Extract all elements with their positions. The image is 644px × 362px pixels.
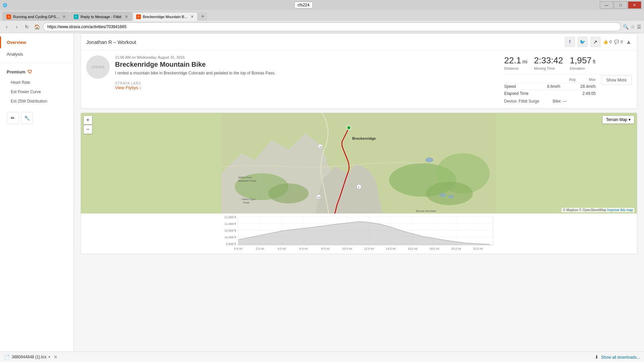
share-button[interactable]: ↗ [590, 37, 600, 47]
user-label: cfs224 [294, 2, 312, 8]
svg-text:9: 9 [358, 186, 359, 188]
svg-point-8 [347, 126, 351, 130]
speed-values: 8.6mi/h 28.4mi/h [547, 84, 596, 89]
browser-chrome: 🌐 cfs224 — □ ✕ S Running and Cycling GPS… [0, 0, 644, 33]
zoom-out-button[interactable]: − [84, 125, 92, 134]
download-arrow-icon: ⬇ [595, 354, 599, 360]
facebook-button[interactable]: f [565, 37, 575, 47]
back-button[interactable]: ‹ [3, 23, 11, 31]
improve-map-link[interactable]: Improve this map [607, 208, 633, 212]
svg-point-24 [448, 195, 454, 198]
tab-close-3[interactable]: ✕ [191, 14, 194, 19]
elevation-unit: ft [593, 59, 595, 64]
svg-text:9,500 ft: 9,500 ft [226, 242, 236, 246]
sidebar-item-analysis[interactable]: Analysis [0, 48, 73, 60]
activity-page-title: Jonathan R – Workout [86, 39, 136, 45]
sidebar-tools: ✏ 🔧 [0, 109, 73, 127]
download-dropdown-button[interactable]: ▾ [48, 355, 50, 359]
flyby-arrow-icon: › [140, 85, 141, 90]
show-more-button[interactable]: Show More [601, 75, 632, 85]
page-body: Overview Analysis Premium 🛡 Heart Rate E… [0, 33, 644, 362]
tab-label-2: Reply to Message - Fitbit [80, 15, 121, 19]
svg-text:8.0 mi: 8.0 mi [321, 247, 330, 250]
reload-button[interactable]: ↻ [23, 23, 31, 31]
bike-value: — [563, 99, 567, 104]
svg-text:White River: White River [238, 176, 252, 179]
comment-icon: 💬 [614, 40, 619, 44]
stat-time: 2:33:42 Moving Time [534, 55, 563, 70]
tab-3[interactable]: S Breckenridge Mountain B... ✕ [132, 12, 198, 21]
tab-icon-1: S [6, 14, 11, 19]
bookmark-icon[interactable]: ☆ [631, 24, 635, 29]
tab-1[interactable]: S Running and Cycling GPS... ✕ [3, 12, 69, 21]
title-bar: 🌐 cfs224 — □ ✕ [0, 0, 644, 10]
download-filename: 3880644848 (1).tcx [12, 355, 46, 359]
avatar: STRAVA [86, 55, 110, 79]
flyby-link[interactable]: View Flybys › [115, 85, 141, 90]
window-controls[interactable]: — □ ✕ [600, 1, 641, 9]
show-all-downloads-link[interactable]: Show all downloads... [601, 355, 640, 360]
svg-text:11,500 ft: 11,500 ft [224, 216, 236, 219]
svg-point-23 [439, 193, 446, 197]
svg-text:4.0 mi: 4.0 mi [278, 247, 286, 250]
map-container: Breckenridge Blue River White River Nati… [80, 113, 637, 254]
tab-close-1[interactable]: ✕ [62, 14, 66, 19]
menu-icon[interactable]: ☰ [637, 24, 641, 29]
tab-2[interactable]: F Reply to Message - Fitbit ✕ [70, 12, 132, 21]
maximize-button[interactable]: □ [614, 1, 627, 9]
sidebar-item-distribution[interactable]: Est 25W Distribution [0, 97, 73, 106]
forward-button[interactable]: › [13, 23, 21, 31]
svg-text:10.0 mi: 10.0 mi [342, 247, 352, 250]
max-header: Max [589, 77, 596, 81]
tab-icon-3: S [136, 14, 141, 19]
device-row: Device: Fitbit Surge Bike: — [504, 97, 632, 104]
settings-tool-button[interactable]: 🔧 [21, 112, 33, 124]
stat-elevation: 1,957 ft Elevation [570, 55, 595, 70]
elapsed-row: Elapsed Time 2:49:05 [504, 90, 596, 97]
elevation-chart: 11,500 ft 11,000 ft 10,500 ft 10,000 ft … [81, 214, 637, 254]
premium-label: Premium [7, 69, 25, 74]
sidebar-premium[interactable]: Premium 🛡 [0, 66, 73, 78]
close-button[interactable]: ✕ [628, 1, 641, 9]
speed-row: Speed 8.6mi/h 28.4mi/h [504, 83, 596, 90]
tab-close-2[interactable]: ✕ [125, 14, 128, 19]
distance-unit: mi [522, 59, 527, 64]
speed-label: Speed [504, 84, 516, 89]
svg-text:22.0 mi: 22.0 mi [473, 247, 483, 250]
map-area[interactable]: Breckenridge Blue River White River Nati… [81, 113, 637, 214]
svg-text:Father Dyer: Father Dyer [241, 198, 256, 201]
svg-text:0.0 mi: 0.0 mi [234, 247, 243, 250]
svg-point-22 [425, 158, 433, 162]
device-value: Fitbit Surge [519, 99, 539, 104]
tab-icon-2: F [74, 14, 78, 19]
speed-avg: 8.6mi/h [547, 84, 560, 89]
search-icon[interactable]: 🔍 [623, 24, 629, 29]
collapse-button[interactable]: ▲ [626, 39, 632, 46]
sidebar-item-power-curve[interactable]: Est Power Curve [0, 87, 73, 97]
strava-labs-label: STRAVA LABS [115, 81, 499, 85]
comment-count-value: 0 [621, 40, 623, 44]
sidebar-item-overview[interactable]: Overview [0, 37, 73, 48]
terrain-map-label: Terrain Map [606, 117, 627, 122]
address-bar[interactable]: https://www.strava.com/activities/703941… [43, 22, 621, 31]
activity-description: I rented a mountain bike in Breckenridge… [115, 70, 499, 76]
bike-info: Bike: — [553, 99, 567, 104]
terrain-map-button[interactable]: Terrain Map ▾ [602, 116, 634, 124]
elevation-label: Elevation [570, 66, 595, 70]
twitter-button[interactable]: 🐦 [578, 37, 588, 47]
avatar-label: STRAVA [91, 65, 105, 69]
svg-text:91: 91 [318, 196, 320, 198]
comment-count: 💬 0 [614, 40, 623, 44]
new-tab-button[interactable]: + [198, 12, 207, 21]
attribution-text: © Mapbox © OpenStreetMap [563, 208, 606, 212]
tab-label-1: Running and Cycling GPS... [13, 15, 59, 19]
elapsed-value: 2:49:05 [582, 91, 596, 96]
stats-main: 22.1 mi Distance 2:33:42 Moving Time [504, 55, 632, 70]
edit-tool-button[interactable]: ✏ [7, 112, 19, 124]
download-remove-button[interactable]: ✕ [54, 354, 58, 360]
sidebar-item-heart-rate[interactable]: Heart Rate [0, 78, 73, 87]
home-button[interactable]: 🏠 [33, 23, 41, 31]
svg-text:Boreas Mountain: Boreas Mountain [416, 209, 436, 213]
zoom-in-button[interactable]: + [84, 116, 92, 124]
minimize-button[interactable]: — [600, 1, 613, 9]
